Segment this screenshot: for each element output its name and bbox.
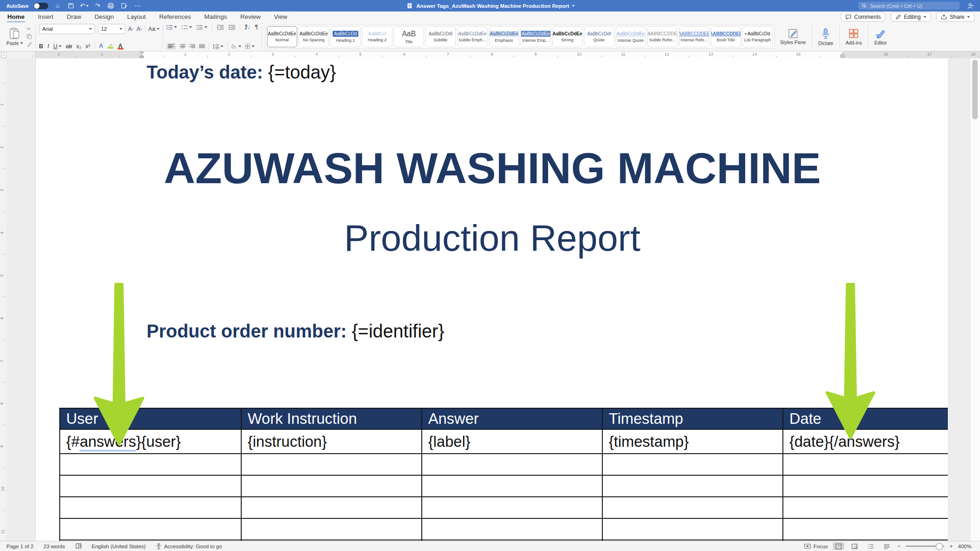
empty-cell[interactable] <box>241 497 422 518</box>
empty-cell[interactable] <box>783 497 948 518</box>
style-heading-1[interactable]: AaBbCcDdHeading 1 <box>330 26 361 47</box>
header-answer[interactable]: Answer <box>422 408 602 429</box>
search-box[interactable] <box>858 2 960 10</box>
style-normal[interactable]: AaBbCcDdEeNormal <box>267 26 297 47</box>
empty-cell[interactable] <box>422 497 602 518</box>
scrollbar-thumb[interactable] <box>972 60 978 119</box>
align-center-button[interactable] <box>180 44 186 49</box>
document-main-title[interactable]: AZUWASH WASHING MACHINE <box>142 146 843 190</box>
home-icon[interactable]: ⌂ <box>53 2 62 10</box>
style-subtitle[interactable]: AaBbCcDdlSubtitle <box>425 26 456 47</box>
superscript-button[interactable]: x² <box>85 43 90 50</box>
empty-cell[interactable] <box>602 475 783 497</box>
vertical-scrollbar[interactable] <box>970 58 980 541</box>
style-emphasis[interactable]: AaBbCcDdEeEmphasis <box>489 26 519 47</box>
indent-marker-right[interactable] <box>839 53 845 58</box>
style-subtle-reference[interactable]: AABBCCDDESubtle Refer... <box>647 26 678 47</box>
accessibility-status[interactable]: Accessibility: Good to go <box>156 543 222 550</box>
empty-cell[interactable] <box>783 454 948 475</box>
today-date-tag[interactable]: {=today} <box>268 62 336 82</box>
align-right-button[interactable] <box>189 44 195 49</box>
document-title[interactable]: Answer Tags_AzuWash Washing Machine Prod… <box>416 3 569 9</box>
print-layout-view-button[interactable] <box>833 542 844 550</box>
empty-cell[interactable] <box>241 454 422 475</box>
tab-selector-icon[interactable]: ⌐ <box>1 52 6 58</box>
search-input[interactable] <box>869 3 956 9</box>
empty-cell[interactable] <box>422 475 602 497</box>
show-paragraph-marks-button[interactable]: ¶ <box>255 24 258 30</box>
zoom-out-button[interactable]: − <box>897 543 901 550</box>
change-case-button[interactable]: Aa <box>148 26 159 32</box>
horizontal-ruler[interactable]: ⌐ 21123456789101112131415161718 <box>0 51 980 59</box>
cell-date-tag[interactable]: {date}{/answers} <box>783 429 948 454</box>
vertical-ruler[interactable]: 1234567891011 <box>0 58 7 541</box>
empty-cell[interactable] <box>60 497 241 518</box>
format-painter-button[interactable] <box>27 42 32 48</box>
proofing-status-icon[interactable] <box>75 543 82 549</box>
subscript-button[interactable]: x₂ <box>76 43 81 50</box>
page-count[interactable]: Page 1 of 2 <box>6 544 34 549</box>
empty-cell[interactable] <box>602 497 783 518</box>
numbering-button[interactable]: 12 <box>181 25 192 30</box>
increase-indent-button[interactable] <box>228 25 235 30</box>
language-status[interactable]: English (United States) <box>92 544 146 549</box>
tab-layout[interactable]: Layout <box>127 12 147 21</box>
style-no-spacing[interactable]: AaBbCcDdEeNo Spacing <box>299 26 329 47</box>
line-spacing-button[interactable] <box>213 44 223 49</box>
style-intense-emphasis[interactable]: AaBbCcDdEeIntense Emp... <box>521 26 551 47</box>
presence-person-icon[interactable] <box>966 2 974 10</box>
style-subtle-emphasis[interactable]: AaBbCcDdEeSubtle Emph... <box>457 26 487 47</box>
tab-insert[interactable]: Insert <box>38 12 54 21</box>
title-menu-chevron-icon[interactable] <box>572 5 575 7</box>
grammar-underlined-word[interactable]: answers <box>79 433 136 451</box>
add-ins-button[interactable]: Add-ins <box>843 28 865 46</box>
empty-cell[interactable] <box>602 454 783 475</box>
bullets-button[interactable] <box>166 25 177 30</box>
font-size-select[interactable]: 12 <box>98 24 125 34</box>
outline-view-button[interactable] <box>865 542 876 550</box>
editing-mode-button[interactable]: Editing <box>891 12 931 22</box>
style-intense-reference[interactable]: AABBCCDDEEIntense Refe... <box>679 26 709 47</box>
redo-icon[interactable]: ↷ <box>93 2 102 10</box>
zoom-in-button[interactable]: + <box>949 543 953 550</box>
header-user[interactable]: User <box>60 408 241 429</box>
underline-button[interactable]: U <box>53 43 62 50</box>
strikethrough-button[interactable]: ab <box>66 43 72 50</box>
justify-button[interactable] <box>199 44 205 49</box>
empty-cell[interactable] <box>60 454 241 475</box>
cell-answer-tag[interactable]: {label} <box>422 429 602 454</box>
zoom-level[interactable]: 400% <box>958 544 974 549</box>
document-page[interactable]: Today’s date: {=today} AZUWASH WASHING M… <box>35 58 948 541</box>
cell-timestamp-tag[interactable]: {timestamp} <box>602 429 783 454</box>
borders-button[interactable] <box>245 44 255 49</box>
print-icon[interactable] <box>107 2 115 10</box>
share-button[interactable]: Share <box>936 12 974 22</box>
tab-review[interactable]: Review <box>240 12 261 21</box>
bold-button[interactable]: B <box>39 43 43 50</box>
today-date-label[interactable]: Today’s date: <box>147 62 263 82</box>
empty-cell[interactable] <box>422 518 602 540</box>
header-timestamp[interactable]: Timestamp <box>602 408 783 429</box>
tab-mailings[interactable]: Mailings <box>204 12 227 21</box>
tab-references[interactable]: References <box>159 12 191 21</box>
save-as-icon[interactable] <box>120 2 128 10</box>
indent-marker-left[interactable] <box>139 51 145 58</box>
more-commands-icon[interactable]: ⋯ <box>133 2 142 10</box>
empty-cell[interactable] <box>783 518 948 540</box>
empty-cell[interactable] <box>602 518 783 540</box>
sort-button[interactable]: AZ↓ <box>245 24 250 30</box>
style-title[interactable]: AaBTitle <box>394 26 424 47</box>
autosave-toggle[interactable] <box>34 3 48 9</box>
focus-mode-button[interactable]: Focus <box>804 544 827 549</box>
order-number-label[interactable]: Product order number: <box>147 321 347 341</box>
word-count[interactable]: 23 words <box>44 544 65 549</box>
italic-button[interactable]: I <box>47 43 49 50</box>
highlight-color-button[interactable] <box>108 44 113 49</box>
order-number-tag[interactable]: {=identifier} <box>352 321 444 341</box>
save-icon[interactable] <box>67 2 75 10</box>
document-subtitle[interactable]: Production Report <box>142 220 843 257</box>
text-effects-button[interactable]: A <box>99 43 103 49</box>
copy-button[interactable] <box>27 34 32 40</box>
shrink-font-button[interactable]: A˅ <box>136 26 142 32</box>
editor-button[interactable]: Editor <box>872 28 889 46</box>
